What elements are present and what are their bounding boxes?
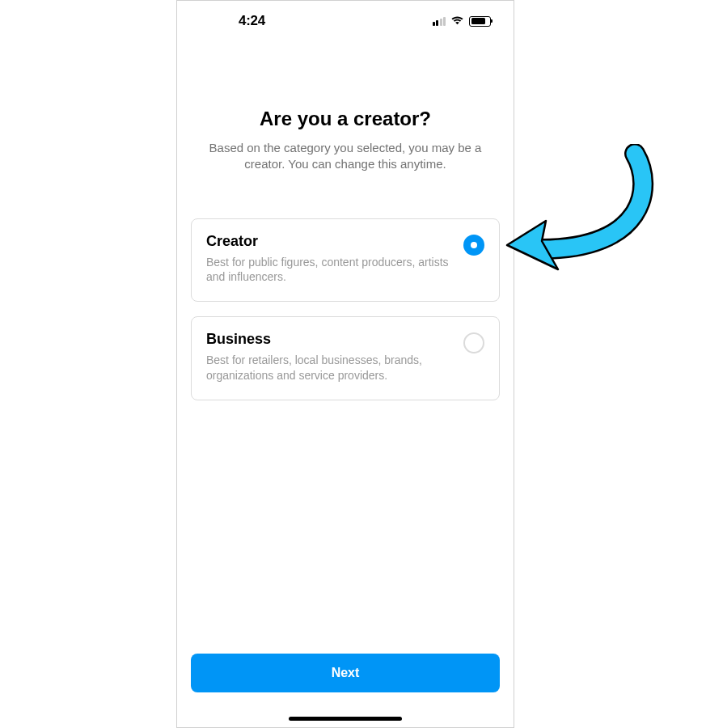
cellular-signal-icon <box>433 17 446 26</box>
account-type-options: Creator Best for public figures, content… <box>191 218 500 401</box>
main-content: Are you a creator? Based on the category… <box>177 36 514 654</box>
option-title: Creator <box>206 233 454 250</box>
option-creator[interactable]: Creator Best for public figures, content… <box>191 218 500 303</box>
home-indicator[interactable] <box>289 717 402 721</box>
status-bar: 4:24 <box>177 1 514 36</box>
phone-frame: 4:24 Are you a creator? <box>176 0 514 728</box>
option-business[interactable]: Business Best for retailers, local busin… <box>191 316 500 400</box>
page-subtitle: Based on the category you selected, you … <box>202 140 488 173</box>
option-description: Best for retailers, local businesses, br… <box>206 353 454 383</box>
annotation-arrow-icon <box>497 144 659 293</box>
battery-icon <box>469 16 491 27</box>
option-text: Business Best for retailers, local busin… <box>206 331 463 383</box>
option-text: Creator Best for public figures, content… <box>206 233 463 286</box>
wifi-icon <box>450 14 464 28</box>
footer: Next <box>177 654 514 717</box>
next-button[interactable]: Next <box>191 654 500 692</box>
status-icons <box>433 14 492 28</box>
radio-unselected-icon[interactable] <box>463 332 484 353</box>
status-time: 4:24 <box>239 13 265 29</box>
option-description: Best for public figures, content produce… <box>206 255 454 286</box>
page-title: Are you a creator? <box>202 108 488 130</box>
radio-selected-icon[interactable] <box>463 235 484 256</box>
option-title: Business <box>206 331 454 348</box>
header-section: Are you a creator? Based on the category… <box>191 108 500 173</box>
